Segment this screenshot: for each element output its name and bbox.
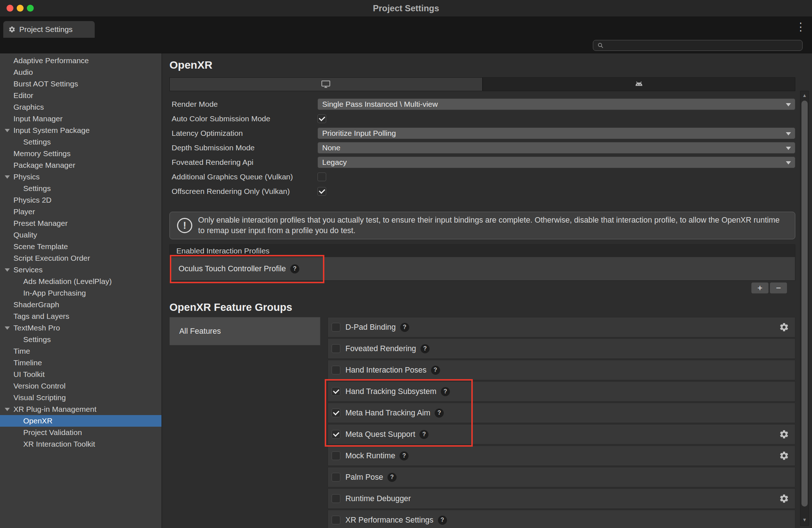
feature-row-meta-quest-support: Meta Quest Support? xyxy=(328,424,795,444)
sidebar-item-xr-interaction-toolkit[interactable]: XR Interaction Toolkit xyxy=(0,438,161,450)
settings-gear-icon[interactable] xyxy=(779,322,789,332)
search-box[interactable] xyxy=(593,40,803,51)
sidebar-item-package-manager[interactable]: Package Manager xyxy=(0,159,161,171)
sidebar-item-project-validation[interactable]: Project Validation xyxy=(0,427,161,438)
sidebar-item-input-system-package[interactable]: Input System Package xyxy=(0,125,161,136)
platform-tab-android[interactable] xyxy=(483,78,795,91)
expand-arrow-icon[interactable] xyxy=(5,408,10,411)
sidebar-item-services[interactable]: Services xyxy=(0,264,161,276)
palm-pose-checkbox[interactable] xyxy=(332,473,340,482)
sidebar-item-adaptive-performance[interactable]: Adaptive Performance xyxy=(0,55,161,66)
feature-group-all-features[interactable]: All Features xyxy=(169,317,320,345)
settings-gear-icon[interactable] xyxy=(779,451,789,461)
minimize-window-button[interactable] xyxy=(17,5,24,12)
scroll-down-arrow[interactable]: ▼ xyxy=(800,517,809,523)
latency-optimization-dropdown[interactable]: Prioritize Input Polling xyxy=(317,127,795,139)
sidebar-item-textmesh-pro[interactable]: TextMesh Pro xyxy=(0,322,161,334)
runtime-debugger-checkbox[interactable] xyxy=(332,494,340,503)
d-pad-binding-checkbox[interactable] xyxy=(332,323,340,332)
feature-row-hand-tracking-subsystem: Hand Tracking Subsystem? xyxy=(328,381,795,402)
search-icon xyxy=(597,42,604,49)
hand-tracking-subsystem-checkbox[interactable] xyxy=(332,387,340,396)
help-icon[interactable]: ? xyxy=(431,366,440,375)
meta-quest-support-checkbox[interactable] xyxy=(332,430,340,439)
setting-control: None xyxy=(317,142,795,154)
close-window-button[interactable] xyxy=(7,5,13,12)
sidebar-item-tags-and-layers[interactable]: Tags and Layers xyxy=(0,310,161,322)
help-icon[interactable]: ? xyxy=(387,473,397,482)
sidebar-item-in-app-purchasing[interactable]: In-App Purchasing xyxy=(0,287,161,299)
sidebar-item-scene-template[interactable]: Scene Template xyxy=(0,241,161,252)
sidebar-item-script-execution-order[interactable]: Script Execution Order xyxy=(0,252,161,264)
sidebar-item-settings[interactable]: Settings xyxy=(0,136,161,148)
vertical-scrollbar[interactable]: ▲ ▼ xyxy=(800,91,809,526)
feature-label: Meta Quest Support xyxy=(345,430,415,439)
foveated-rendering-api-dropdown[interactable]: Legacy xyxy=(317,157,795,168)
sidebar-item-version-control[interactable]: Version Control xyxy=(0,380,161,392)
sidebar-item-ads-mediation-levelplay[interactable]: Ads Mediation (LevelPlay) xyxy=(0,276,161,287)
profile-oculus-touch-controller-profile[interactable]: Oculus Touch Controller Profile? xyxy=(170,257,795,280)
sidebar-item-time[interactable]: Time xyxy=(0,345,161,357)
scroll-up-arrow[interactable]: ▲ xyxy=(800,93,809,98)
auto-color-submission-mode-checkbox[interactable] xyxy=(317,114,326,123)
add-profile-button[interactable]: + xyxy=(751,282,769,294)
offscreen-rendering-only-vulkan-checkbox[interactable] xyxy=(317,187,326,196)
foveated-rendering-checkbox[interactable] xyxy=(332,344,340,353)
more-options-icon[interactable]: ⋮ xyxy=(795,21,806,32)
sidebar-item-graphics[interactable]: Graphics xyxy=(0,101,161,113)
additional-graphics-queue-vulkan-checkbox[interactable] xyxy=(317,172,326,181)
content-area: Adaptive PerformanceAudioBurst AOT Setti… xyxy=(0,53,812,528)
tab-project-settings[interactable]: Project Settings xyxy=(3,21,95,38)
feature-row-d-pad-binding: D-Pad Binding? xyxy=(328,317,795,337)
sidebar-item-openxr[interactable]: OpenXR xyxy=(0,415,161,427)
help-icon[interactable]: ? xyxy=(441,387,450,396)
help-icon[interactable]: ? xyxy=(419,430,428,439)
feature-label: Palm Pose xyxy=(345,473,383,482)
sidebar-item-editor[interactable]: Editor xyxy=(0,90,161,101)
help-icon[interactable]: ? xyxy=(421,344,430,353)
sidebar-item-burst-aot-settings[interactable]: Burst AOT Settings xyxy=(0,78,161,90)
sidebar-item-player[interactable]: Player xyxy=(0,206,161,218)
help-icon[interactable]: ? xyxy=(400,323,409,332)
sidebar-item-timeline[interactable]: Timeline xyxy=(0,357,161,369)
expand-arrow-icon[interactable] xyxy=(5,175,10,179)
sidebar-item-input-manager[interactable]: Input Manager xyxy=(0,113,161,125)
platform-tab-desktop[interactable] xyxy=(170,78,482,91)
sidebar-item-audio[interactable]: Audio xyxy=(0,66,161,78)
info-box: ! Only enable interaction profiles that … xyxy=(169,212,795,239)
sidebar-item-physics-2d[interactable]: Physics 2D xyxy=(0,194,161,206)
sidebar-item-quality[interactable]: Quality xyxy=(0,229,161,241)
sidebar-item-memory-settings[interactable]: Memory Settings xyxy=(0,148,161,159)
sidebar-item-settings[interactable]: Settings xyxy=(0,334,161,345)
sidebar-item-label: Editor xyxy=(13,91,33,100)
help-icon[interactable]: ? xyxy=(435,409,444,418)
xr-performance-settings-checkbox[interactable] xyxy=(332,516,340,524)
help-icon[interactable]: ? xyxy=(438,516,447,525)
depth-submission-mode-dropdown[interactable]: None xyxy=(317,142,795,154)
expand-arrow-icon[interactable] xyxy=(5,268,10,272)
zoom-window-button[interactable] xyxy=(27,5,34,12)
sidebar-item-physics[interactable]: Physics xyxy=(0,171,161,183)
search-input[interactable] xyxy=(607,41,799,50)
help-icon[interactable]: ? xyxy=(399,451,409,460)
project-settings-window: Project Settings Project Settings ⋮ Adap… xyxy=(0,0,812,528)
sidebar-item-ui-toolkit[interactable]: UI Toolkit xyxy=(0,369,161,380)
sidebar-item-settings[interactable]: Settings xyxy=(0,183,161,194)
expand-arrow-icon[interactable] xyxy=(5,326,10,330)
render-mode-dropdown[interactable]: Single Pass Instanced \ Multi-view xyxy=(317,98,795,110)
sidebar-item-preset-manager[interactable]: Preset Manager xyxy=(0,218,161,229)
meta-hand-tracking-aim-checkbox[interactable] xyxy=(332,409,340,417)
remove-profile-button[interactable]: − xyxy=(770,282,787,294)
scrollbar-thumb[interactable] xyxy=(801,101,808,507)
hand-interaction-poses-checkbox[interactable] xyxy=(332,366,340,374)
settings-gear-icon[interactable] xyxy=(779,429,789,439)
sidebar-item-visual-scripting[interactable]: Visual Scripting xyxy=(0,392,161,403)
sidebar-item-shadergraph[interactable]: ShaderGraph xyxy=(0,299,161,310)
mock-runtime-checkbox[interactable] xyxy=(332,451,340,460)
sidebar-item-label: Burst AOT Settings xyxy=(13,80,78,88)
sidebar-item-xr-plug-in-management[interactable]: XR Plug-in Management xyxy=(0,403,161,415)
expand-arrow-icon[interactable] xyxy=(5,129,10,132)
titlebar: Project Settings xyxy=(0,0,812,17)
settings-gear-icon[interactable] xyxy=(779,494,789,504)
help-icon[interactable]: ? xyxy=(290,264,299,273)
